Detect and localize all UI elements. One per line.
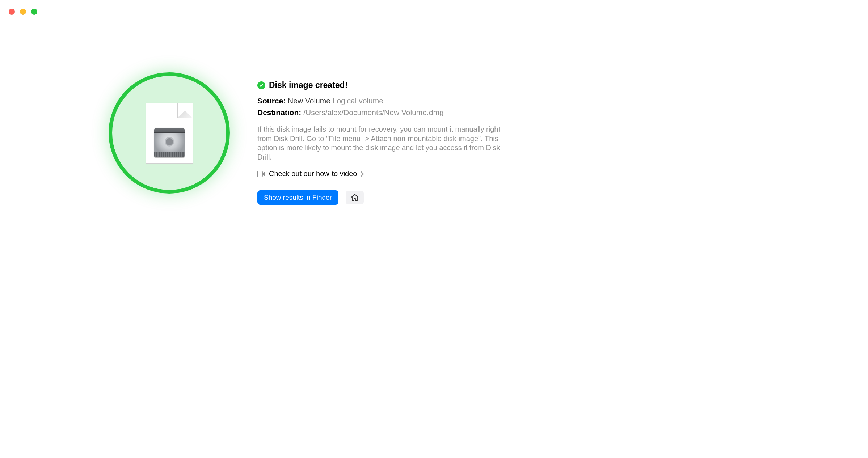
source-subtype: Logical volume: [333, 97, 383, 105]
destination-label: Destination:: [257, 108, 301, 116]
success-circle: [109, 72, 230, 194]
main-content: Disk image created! Source: New Volume L…: [0, 0, 868, 205]
svg-rect-0: [257, 171, 262, 177]
disk-icon: [154, 128, 185, 157]
source-line: Source: New Volume Logical volume: [257, 97, 583, 105]
window-minimize-button[interactable]: [20, 9, 26, 15]
chevron-right-icon: [361, 171, 364, 177]
show-in-finder-button[interactable]: Show results in Finder: [257, 190, 338, 205]
home-icon: [350, 193, 359, 202]
success-graphic: [109, 72, 230, 194]
checkmark-icon: [257, 81, 265, 89]
source-label: Source:: [257, 97, 286, 105]
video-camera-icon: [257, 171, 265, 177]
destination-value: /Users/alex/Documents/New Volume.dmg: [303, 108, 444, 116]
source-value: New Volume: [288, 97, 330, 105]
window-zoom-button[interactable]: [31, 9, 37, 15]
howto-video-row: Check out our how-to video: [257, 170, 583, 178]
howto-video-link[interactable]: Check out our how-to video: [269, 170, 357, 178]
status-title-row: Disk image created!: [257, 80, 583, 90]
info-panel: Disk image created! Source: New Volume L…: [257, 72, 583, 205]
status-title: Disk image created!: [269, 80, 347, 90]
help-text: If this disk image fails to mount for re…: [257, 125, 507, 162]
window-traffic-lights: [9, 9, 37, 15]
destination-line: Destination: /Users/alex/Documents/New V…: [257, 108, 583, 117]
disk-image-file-icon: [146, 103, 193, 164]
window-close-button[interactable]: [9, 9, 15, 15]
action-button-row: Show results in Finder: [257, 190, 583, 205]
home-button[interactable]: [346, 191, 364, 204]
